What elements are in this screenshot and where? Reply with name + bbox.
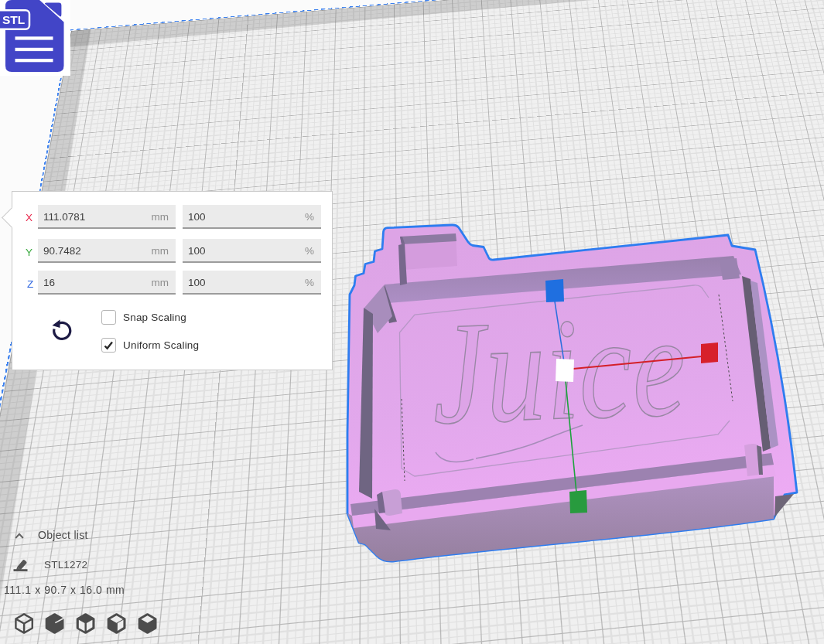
svg-text:STL: STL	[2, 13, 25, 26]
